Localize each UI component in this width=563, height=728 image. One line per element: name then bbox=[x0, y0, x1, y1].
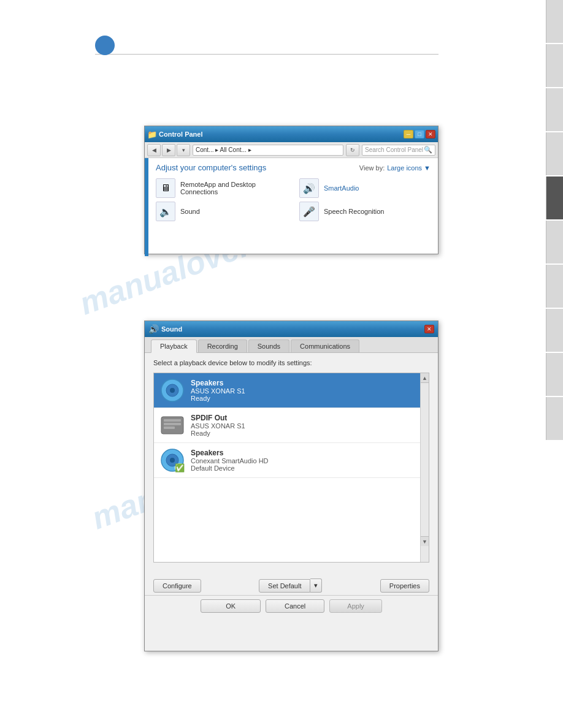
cp-content: Adjust your computer's settings View by:… bbox=[148, 158, 438, 226]
spdif-info: SPDIF Out ASUS XONAR S1 Ready bbox=[191, 414, 414, 437]
cp-nav-buttons: ◀ ▶ ▾ bbox=[147, 144, 190, 156]
set-default-button[interactable]: Set Default bbox=[259, 579, 310, 593]
scrollbar-down-arrow[interactable]: ▼ bbox=[421, 536, 429, 546]
speakers-conexant-name: Speakers bbox=[191, 449, 414, 457]
speakers-conexant-status: Default Device bbox=[191, 464, 414, 472]
sound-bottom-buttons: Configure Set Default ▾ Properties bbox=[145, 574, 438, 595]
speakers-asus-name: Speakers bbox=[191, 379, 414, 387]
sound-dialog: 🔊 Sound ✕ Playback Recording Sounds Comm… bbox=[144, 320, 439, 651]
address-path[interactable]: Cont... ▸ All Cont... ▸ bbox=[193, 145, 343, 156]
cp-header-row: Adjust your computer's settings View by:… bbox=[156, 163, 431, 172]
cancel-button[interactable]: Cancel bbox=[266, 599, 324, 613]
configure-button[interactable]: Configure bbox=[153, 579, 201, 593]
device-item-speakers-conexant[interactable]: ✅ Speakers Conexant SmartAudio HD Defaul… bbox=[154, 443, 420, 478]
sound-icon: 🔈 bbox=[156, 202, 175, 221]
cp-item-sound[interactable]: 🔈 Sound bbox=[156, 202, 287, 221]
remoteapp-label: RemoteApp and DesktopConnections bbox=[180, 181, 256, 195]
right-tabs bbox=[546, 0, 563, 728]
control-panel-window: 📁 Control Panel ─ □ ✕ ◀ ▶ ▾ Cont... ▸ Al… bbox=[144, 126, 439, 254]
speakers-asus-model: ASUS XONAR S1 bbox=[191, 387, 414, 395]
cp-item-smartaudio[interactable]: 🔊 SmartAudio bbox=[299, 178, 431, 198]
right-tab-5 bbox=[546, 176, 563, 219]
tab-sounds[interactable]: Sounds bbox=[248, 339, 289, 352]
search-box[interactable]: Search Control Panel 🔍 bbox=[362, 145, 435, 156]
right-tab-2 bbox=[546, 44, 563, 87]
back-button[interactable]: ◀ bbox=[147, 144, 161, 156]
device-list: Speakers ASUS XONAR S1 Ready bbox=[154, 373, 420, 562]
refresh-button[interactable]: ↻ bbox=[346, 144, 359, 156]
right-tab-10 bbox=[546, 397, 563, 440]
device-scrollbar[interactable]: ▲ ▼ bbox=[420, 373, 429, 562]
cp-folder-icon: 📁 bbox=[147, 130, 157, 139]
right-tab-9 bbox=[546, 353, 563, 396]
search-icon: 🔍 bbox=[424, 146, 432, 154]
set-default-group: Set Default ▾ bbox=[259, 578, 322, 593]
svg-point-2 bbox=[170, 388, 175, 393]
close-button[interactable]: ✕ bbox=[426, 130, 435, 138]
scrollbar-up-arrow[interactable]: ▲ bbox=[421, 373, 429, 383]
spdif-name: SPDIF Out bbox=[191, 414, 414, 422]
cp-address-bar: ◀ ▶ ▾ Cont... ▸ All Cont... ▸ ↻ Search C… bbox=[145, 142, 438, 158]
properties-button[interactable]: Properties bbox=[380, 579, 429, 593]
cp-titlebar-left: 📁 Control Panel bbox=[147, 130, 203, 139]
device-item-speakers-asus[interactable]: Speakers ASUS XONAR S1 Ready bbox=[154, 373, 420, 408]
ok-button[interactable]: OK bbox=[201, 599, 261, 613]
scrollbar-track bbox=[421, 383, 429, 536]
speakers-conexant-icon: ✅ bbox=[160, 448, 185, 472]
speakers-asus-status: Ready bbox=[191, 395, 414, 402]
tab-communications[interactable]: Communications bbox=[291, 339, 359, 352]
sound-close-button[interactable]: ✕ bbox=[424, 325, 434, 333]
spdif-model: ASUS XONAR S1 bbox=[191, 422, 414, 430]
spdif-icon bbox=[160, 413, 185, 438]
tab-recording[interactable]: Recording bbox=[198, 339, 247, 352]
default-checkmark: ✅ bbox=[175, 463, 185, 472]
sound-tabs: Playback Recording Sounds Communications bbox=[145, 337, 438, 353]
cp-viewby: View by: Large icons ▼ bbox=[359, 164, 431, 172]
sound-title-left: 🔊 Sound bbox=[148, 324, 182, 334]
smartaudio-label: SmartAudio bbox=[324, 184, 359, 192]
forward-button[interactable]: ▶ bbox=[162, 144, 175, 156]
apply-button[interactable]: Apply bbox=[329, 599, 382, 613]
right-tab-4 bbox=[546, 132, 563, 175]
svg-rect-5 bbox=[164, 423, 181, 425]
speakers-conexant-model: Conexant SmartAudio HD bbox=[191, 457, 414, 464]
right-tab-7 bbox=[546, 265, 563, 308]
right-tab-1 bbox=[546, 0, 563, 43]
svg-rect-4 bbox=[164, 419, 181, 422]
remoteapp-icon: 🖥 bbox=[156, 178, 175, 198]
cp-item-speech[interactable]: 🎤 Speech Recognition bbox=[299, 202, 431, 221]
sound-dialog-title: Sound bbox=[161, 325, 182, 333]
set-default-arrow-button[interactable]: ▾ bbox=[310, 578, 322, 593]
svg-rect-6 bbox=[164, 427, 175, 429]
sound-titlebar: 🔊 Sound ✕ bbox=[145, 321, 438, 337]
maximize-button[interactable]: □ bbox=[415, 130, 424, 138]
cp-window-controls: ─ □ ✕ bbox=[404, 130, 435, 138]
top-divider bbox=[95, 54, 439, 55]
cp-title: Control Panel bbox=[159, 131, 203, 138]
speakers-asus-icon bbox=[160, 378, 185, 403]
svg-point-9 bbox=[170, 458, 175, 463]
tab-playback[interactable]: Playback bbox=[151, 339, 197, 353]
smartaudio-icon: 🔊 bbox=[299, 178, 319, 198]
right-tab-6 bbox=[546, 221, 563, 264]
speakers-conexant-info: Speakers Conexant SmartAudio HD Default … bbox=[191, 449, 414, 472]
sound-label: Sound bbox=[180, 208, 200, 215]
minimize-button[interactable]: ─ bbox=[404, 130, 413, 138]
device-list-wrapper: Speakers ASUS XONAR S1 Ready bbox=[153, 373, 429, 563]
sound-instruction: Select a playback device below to modify… bbox=[153, 359, 429, 366]
recent-pages-button[interactable]: ▾ bbox=[177, 144, 190, 156]
sound-ok-row: OK Cancel Apply bbox=[145, 595, 438, 619]
cp-header-text: Adjust your computer's settings bbox=[156, 163, 266, 172]
device-item-spdif[interactable]: SPDIF Out ASUS XONAR S1 Ready bbox=[154, 408, 420, 443]
cp-viewby-link[interactable]: Large icons ▼ bbox=[387, 164, 431, 172]
cp-titlebar: 📁 Control Panel ─ □ ✕ bbox=[145, 126, 438, 142]
step-marker-1 bbox=[95, 36, 115, 55]
cp-items-grid: 🖥 RemoteApp and DesktopConnections 🔊 Sma… bbox=[156, 178, 431, 221]
speakers-asus-info: Speakers ASUS XONAR S1 Ready bbox=[191, 379, 414, 402]
cp-item-remoteapp[interactable]: 🖥 RemoteApp and DesktopConnections bbox=[156, 178, 287, 198]
right-tab-3 bbox=[546, 88, 563, 131]
sound-title-icon: 🔊 bbox=[148, 324, 159, 334]
search-placeholder: Search Control Panel bbox=[365, 146, 423, 153]
speech-icon: 🎤 bbox=[299, 202, 319, 221]
cp-sidebar-indicator bbox=[145, 158, 148, 256]
